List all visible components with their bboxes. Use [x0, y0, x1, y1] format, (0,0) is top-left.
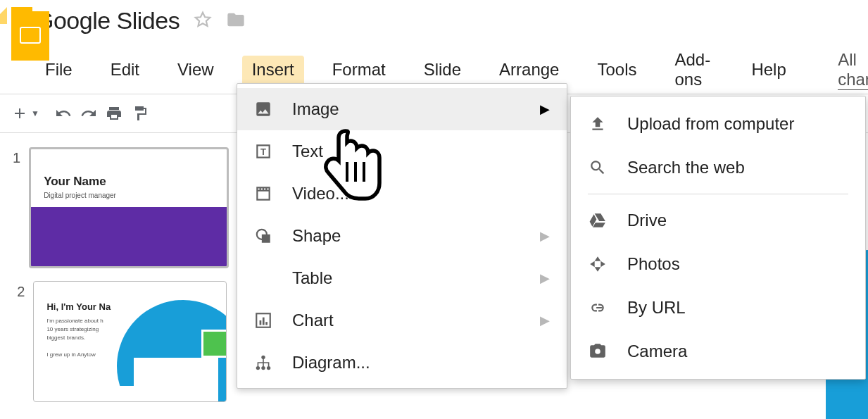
search-icon: [586, 158, 609, 177]
header: Google Slides File Edit View Insert Form…: [0, 0, 868, 94]
paint-format-button[interactable]: [127, 101, 152, 126]
menu-edit[interactable]: Edit: [101, 56, 149, 84]
menu-tools[interactable]: Tools: [587, 56, 646, 84]
thumbnail-number: 1: [13, 147, 20, 268]
menu-label: Search the web: [627, 158, 745, 177]
menu-label: Photos: [627, 254, 680, 274]
search-the-web[interactable]: Search the web: [571, 146, 865, 189]
svg-point-9: [261, 366, 265, 370]
image-submenu: Upload from computer Search the web Driv…: [570, 96, 866, 380]
insert-diagram[interactable]: Diagram...: [237, 342, 567, 384]
image-by-url[interactable]: By URL: [571, 286, 865, 330]
menu-label: Upload from computer: [627, 114, 794, 134]
menu-label: Shape: [292, 226, 341, 246]
menu-label: Video...: [292, 184, 349, 204]
insert-textbox[interactable]: T Text: [237, 130, 567, 173]
insert-video[interactable]: Video...: [237, 173, 567, 215]
new-slide-button[interactable]: ▼: [7, 101, 44, 126]
undo-button[interactable]: [51, 101, 76, 126]
link-icon: [586, 299, 609, 317]
chevron-right-icon: ▶: [540, 313, 550, 328]
photos-icon: [586, 255, 609, 273]
thumbnail-2[interactable]: 2 Hi, I'm Your Na I'm passionate about h…: [13, 281, 227, 402]
textbox-icon: T: [253, 142, 274, 161]
menu-help[interactable]: Help: [741, 56, 795, 84]
menu-view[interactable]: View: [168, 56, 224, 84]
chart-icon: [253, 311, 274, 330]
document-title[interactable]: Google Slides: [35, 7, 180, 35]
svg-rect-2: [262, 234, 270, 243]
svg-point-10: [267, 366, 270, 370]
svg-point-7: [261, 356, 265, 359]
image-drive[interactable]: Drive: [571, 199, 865, 242]
drive-icon: [586, 211, 609, 230]
menu-label: Diagram...: [292, 353, 370, 373]
svg-rect-4: [260, 320, 262, 325]
video-icon: [253, 185, 274, 203]
menu-addons[interactable]: Add-ons: [665, 46, 723, 94]
menu-label: By URL: [627, 298, 686, 318]
camera-icon: [586, 342, 609, 361]
slide1-title: Your Name: [44, 175, 106, 189]
shape-icon: [253, 227, 274, 245]
menu-label: Drive: [627, 211, 667, 230]
chevron-right-icon: ▶: [540, 228, 550, 244]
diagram-icon: [253, 354, 274, 372]
insert-shape[interactable]: Shape ▶: [237, 215, 567, 257]
insert-image[interactable]: Image ▶: [237, 88, 567, 130]
insert-table[interactable]: Table ▶: [237, 257, 567, 299]
svg-rect-6: [265, 322, 268, 325]
insert-menu: Image ▶ T Text Video... Shape ▶ Table ▶ …: [237, 83, 567, 389]
svg-rect-5: [263, 318, 265, 325]
image-icon: [253, 100, 274, 118]
slide2-body: I'm passionate about h 10 years strategi…: [46, 317, 103, 359]
slide1-subtitle: Digital project manager: [44, 192, 116, 199]
thumbnail-panel: 1 Your Name Digital project manager 2 Hi…: [0, 133, 235, 419]
chevron-down-icon[interactable]: ▼: [31, 108, 39, 118]
divider: [588, 194, 848, 194]
thumbnail-number: 2: [13, 281, 25, 402]
thumbnail-1[interactable]: 1 Your Name Digital project manager: [13, 147, 227, 268]
chevron-right-icon: ▶: [540, 101, 550, 117]
print-button[interactable]: [101, 101, 127, 126]
menu-label: Chart: [292, 311, 334, 330]
svg-text:T: T: [260, 146, 266, 157]
menu-label: Table: [292, 268, 332, 288]
menu-label: Camera: [627, 342, 687, 361]
menu-arrange[interactable]: Arrange: [489, 56, 569, 84]
changes-link[interactable]: All chan: [838, 50, 868, 90]
redo-button[interactable]: [76, 101, 101, 126]
star-icon[interactable]: [194, 11, 212, 32]
menu-label: Text: [292, 142, 323, 161]
image-camera[interactable]: Camera: [571, 330, 865, 373]
menu-slide[interactable]: Slide: [414, 56, 471, 84]
image-photos[interactable]: Photos: [571, 242, 865, 286]
menu-format[interactable]: Format: [322, 56, 396, 84]
upload-from-computer[interactable]: Upload from computer: [571, 102, 865, 146]
folder-icon[interactable]: [226, 10, 246, 32]
chevron-right-icon: ▶: [540, 270, 550, 286]
upload-icon: [586, 115, 609, 133]
svg-point-8: [256, 366, 260, 370]
menu-insert[interactable]: Insert: [242, 56, 304, 84]
insert-chart[interactable]: Chart ▶: [237, 299, 567, 342]
menu-label: Image: [292, 99, 339, 119]
slide2-title: Hi, I'm Your Na: [46, 301, 111, 312]
